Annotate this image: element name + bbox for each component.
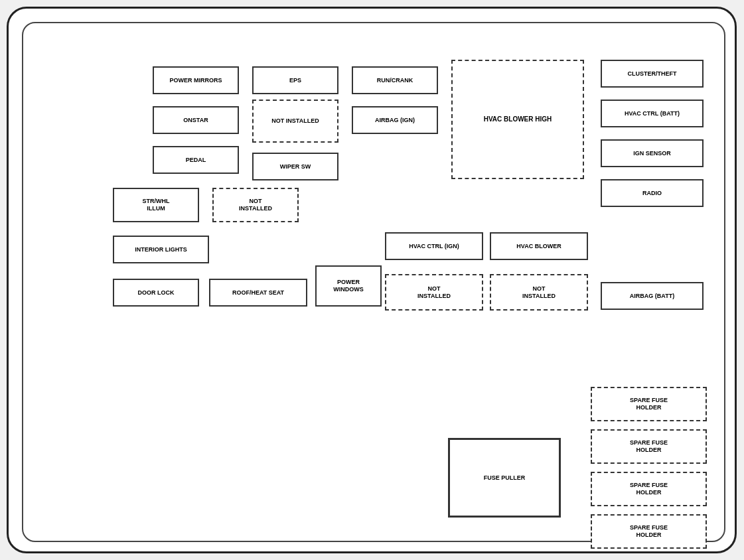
not-installed-4: NOT INSTALLED	[490, 274, 588, 311]
wiper-sw: WIPER SW	[252, 153, 338, 180]
str-whl-illum: STR/WHL ILLUM	[113, 188, 199, 222]
door-lock: DOOR LOCK	[113, 279, 199, 307]
interior-lights: INTERIOR LIGHTS	[113, 236, 209, 263]
airbag-batt: AIRBAG (BATT)	[601, 282, 704, 310]
spare-fuse-holder-4: SPARE FUSE HOLDER	[591, 514, 707, 549]
fuse-box: POWER MIRRORSEPSRUN/CRANKHVAC BLOWER HIG…	[22, 22, 725, 542]
onstar: ONSTAR	[153, 106, 239, 134]
run-crank: RUN/CRANK	[352, 66, 438, 94]
spare-fuse-holder-1: SPARE FUSE HOLDER	[591, 387, 707, 421]
hvac-blower: HVAC BLOWER	[490, 232, 588, 260]
power-mirrors: POWER MIRRORS	[153, 66, 239, 94]
radio: RADIO	[601, 179, 704, 207]
pedal: PEDAL	[153, 146, 239, 174]
not-installed-1: NOT INSTALLED	[252, 100, 338, 143]
hvac-ctrl-batt: HVAC CTRL (BATT)	[601, 100, 704, 127]
power-windows: POWER WINDOWS	[315, 265, 382, 307]
fuse-puller: FUSE PULLER	[448, 438, 561, 518]
outer-container: POWER MIRRORSEPSRUN/CRANKHVAC BLOWER HIG…	[7, 7, 737, 553]
spare-fuse-holder-2: SPARE FUSE HOLDER	[591, 429, 707, 464]
roof-heat-seat: ROOF/HEAT SEAT	[209, 279, 307, 307]
hvac-ctrl-ign: HVAC CTRL (IGN)	[385, 232, 483, 260]
spare-fuse-holder-3: SPARE FUSE HOLDER	[591, 472, 707, 506]
ign-sensor: IGN SENSOR	[601, 139, 704, 167]
hvac-blower-high: HVAC BLOWER HIGH	[451, 60, 584, 179]
eps: EPS	[252, 66, 338, 94]
cluster-theft: CLUSTER/THEFT	[601, 60, 704, 88]
not-installed-2: NOT INSTALLED	[212, 188, 299, 222]
not-installed-3: NOT INSTALLED	[385, 274, 483, 311]
airbag-ign: AIRBAG (IGN)	[352, 106, 438, 134]
